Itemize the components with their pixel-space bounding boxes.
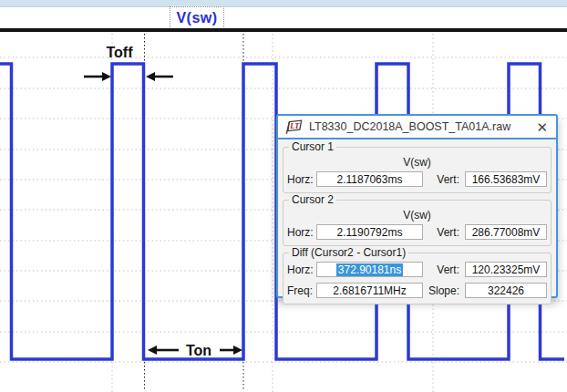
ltspice-logo-icon: LT (284, 119, 303, 135)
cursor1-group: Cursor 1 V(sw) Horz: 2.1187063ms Vert: 1… (283, 147, 552, 193)
cursor2-vert-field[interactable]: 286.77008mV (465, 224, 547, 240)
cursor2-vert-label: Vert: (423, 226, 465, 239)
toff-label: Toff (106, 45, 133, 60)
ltspice-waveform-window: V(sw) Toff Ton LT (0, 0, 567, 392)
close-icon[interactable]: ✕ (534, 120, 550, 134)
cursor2-group: Cursor 2 V(sw) Horz: 2.1190792ms Vert: 2… (283, 200, 552, 246)
cursor2-horz-label: Horz: (287, 226, 316, 239)
ton-label: Ton (186, 343, 211, 358)
cursor2-trace-name: V(sw) (284, 209, 551, 221)
dialog-titlebar[interactable]: LT LT8330_DC2018A_BOOST_TA01A.raw ✕ (278, 116, 556, 139)
diff-horz-selected-value[interactable]: 372.90181ns (336, 263, 403, 276)
diff-slope-field[interactable]: 322426 (465, 283, 547, 298)
cursor1-vert-field[interactable]: 166.53683mV (465, 171, 547, 187)
ton-annotation: Ton (148, 343, 242, 358)
cursor1-group-label: Cursor 1 (289, 140, 336, 153)
toff-arrow-left-head (102, 72, 111, 81)
diff-group-label: Diff (Cursor2 - Cursor1) (289, 246, 408, 259)
diff-horz-field[interactable]: 372.90181ns (316, 262, 423, 277)
cursor1-horz-label: Horz: (287, 173, 316, 186)
svg-text:LT: LT (289, 121, 300, 129)
diff-freq-field[interactable]: 2.6816711MHz (316, 283, 423, 298)
diff-slope-label: Slope: (423, 284, 465, 297)
toff-arrow-right-head (146, 72, 155, 81)
diff-vert-field[interactable]: 120.23325mV (465, 262, 547, 277)
diff-group: Diff (Cursor2 - Cursor1) Horz: 372.90181… (283, 253, 552, 304)
dialog-title: LT8330_DC2018A_BOOST_TA01A.raw (309, 120, 528, 133)
cursor1-horz-field[interactable]: 2.1187063ms (316, 171, 423, 187)
diff-horz-label: Horz: (287, 263, 316, 276)
cursor1-trace-name: V(sw) (284, 156, 551, 168)
cursor-dialog: LT LT8330_DC2018A_BOOST_TA01A.raw ✕ Curs… (276, 114, 558, 298)
cursor2-horz-field[interactable]: 2.1190792ms (316, 224, 423, 240)
ton-arrow-right-head (233, 346, 242, 355)
diff-vert-label: Vert: (423, 263, 465, 276)
diff-freq-label: Freq: (287, 284, 316, 297)
dialog-body: Cursor 1 V(sw) Horz: 2.1187063ms Vert: 1… (278, 139, 556, 305)
cursor2-group-label: Cursor 2 (289, 193, 336, 206)
cursor1-vert-label: Vert: (423, 173, 465, 186)
